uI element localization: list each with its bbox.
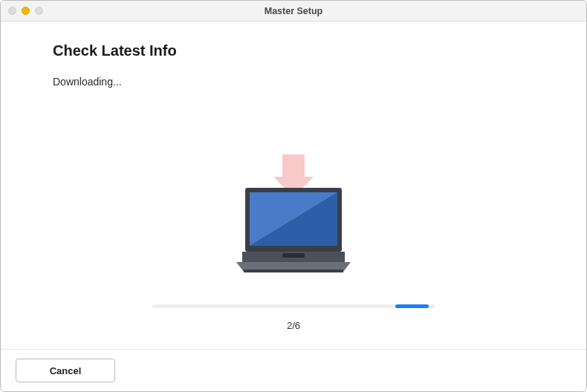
step-counter: 2/6 — [53, 320, 534, 331]
progress-track — [152, 304, 435, 308]
status-text: Downloading... — [53, 76, 534, 88]
traffic-lights — [8, 7, 43, 15]
footer: Cancel — [1, 349, 586, 391]
window: Master Setup Check Latest Info Downloadi… — [0, 0, 587, 392]
svg-rect-6 — [282, 253, 305, 258]
laptop-download-illustration — [230, 154, 357, 279]
cancel-button[interactable]: Cancel — [16, 359, 115, 382]
window-title: Master Setup — [1, 6, 586, 16]
content-area: Check Latest Info Downloading... — [1, 22, 586, 349]
minimize-window-button[interactable] — [22, 7, 30, 15]
titlebar: Master Setup — [1, 1, 586, 22]
laptop-icon — [236, 188, 351, 272]
progress-fill — [395, 304, 429, 308]
svg-rect-8 — [244, 270, 343, 272]
close-window-button[interactable] — [8, 7, 16, 15]
progress-bar-row — [53, 304, 534, 308]
maximize-window-button[interactable] — [35, 7, 43, 15]
illustration — [53, 154, 534, 279]
svg-rect-0 — [282, 154, 305, 177]
page-heading: Check Latest Info — [53, 42, 534, 59]
